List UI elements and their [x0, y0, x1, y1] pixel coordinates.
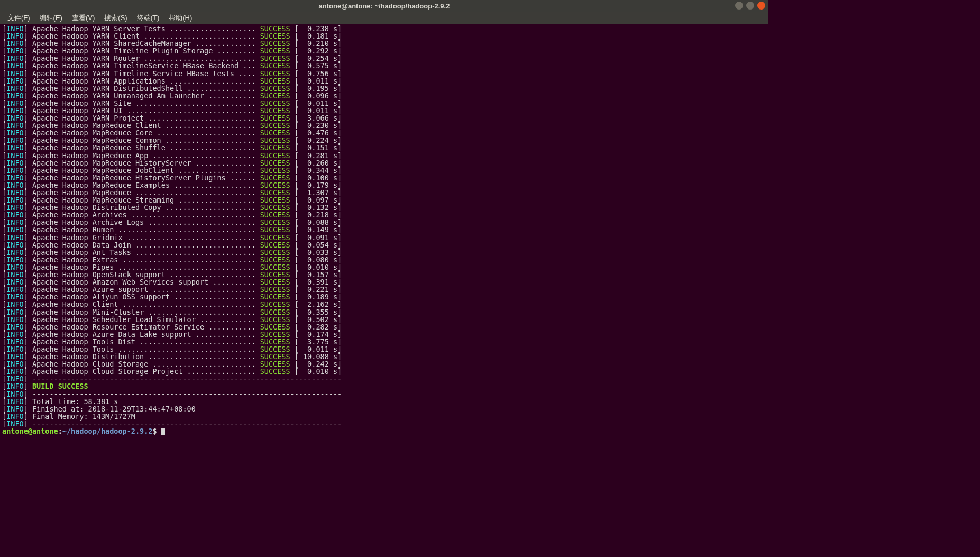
build-line: [INFO] Apache Hadoop Azure support .....…: [2, 286, 766, 293]
menu-terminal[interactable]: 终端(T): [133, 12, 164, 24]
build-line: [INFO] Apache Hadoop Archives ..........…: [2, 211, 766, 218]
info-line: [INFO] ---------------------------------…: [2, 375, 766, 382]
build-line: [INFO] Apache Hadoop YARN Applications .…: [2, 77, 766, 85]
build-line: [INFO] Apache Hadoop YARN TimelineServic…: [2, 62, 766, 69]
build-line: [INFO] Apache Hadoop MapReduce Common ..…: [2, 136, 766, 144]
build-line: [INFO] Apache Hadoop Tools Dist ........…: [2, 338, 766, 345]
build-line: [INFO] Apache Hadoop Pipes .............…: [2, 263, 766, 271]
build-line: [INFO] Apache Hadoop Cloud Storage .....…: [2, 360, 766, 368]
menu-edit[interactable]: 编辑(E): [35, 12, 67, 24]
build-line: [INFO] Apache Hadoop YARN SharedCacheMan…: [2, 40, 766, 47]
info-line: [INFO] BUILD SUCCESS: [2, 382, 766, 390]
build-line: [INFO] Apache Hadoop Scheduler Load Simu…: [2, 316, 766, 323]
menu-search[interactable]: 搜索(S): [100, 12, 131, 24]
build-line: [INFO] Apache Hadoop OpenStack support .…: [2, 271, 766, 278]
cursor-icon: [161, 428, 165, 435]
build-line: [INFO] Apache Hadoop Data Join .........…: [2, 241, 766, 249]
build-line: [INFO] Apache Hadoop MapReduce Examples …: [2, 181, 766, 189]
build-line: [INFO] Apache Hadoop YARN Server Tests .…: [2, 25, 766, 32]
build-line: [INFO] Apache Hadoop YARN UI ...........…: [2, 107, 766, 114]
info-line: [INFO] ---------------------------------…: [2, 420, 766, 427]
maximize-icon[interactable]: [746, 2, 754, 10]
terminal-output[interactable]: [INFO] Apache Hadoop YARN Server Tests .…: [0, 24, 768, 437]
build-line: [INFO] Apache Hadoop Rumen .............…: [2, 226, 766, 233]
build-line: [INFO] Apache Hadoop MapReduce .........…: [2, 189, 766, 196]
build-line: [INFO] Apache Hadoop YARN Timeline Servi…: [2, 70, 766, 77]
menubar: 文件(F) 编辑(E) 查看(V) 搜索(S) 终端(T) 帮助(H): [0, 12, 768, 23]
build-line: [INFO] Apache Hadoop Extras ............…: [2, 256, 766, 263]
info-line: [INFO] Finished at: 2018-11-29T13:44:47+…: [2, 405, 766, 413]
titlebar: antone@antone: ~/hadoop/hadoop-2.9.2: [0, 0, 768, 12]
build-line: [INFO] Apache Hadoop MapReduce Shuffle .…: [2, 144, 766, 151]
build-line: [INFO] Apache Hadoop YARN Project ......…: [2, 114, 766, 122]
build-line: [INFO] Apache Hadoop Ant Tasks .........…: [2, 249, 766, 256]
close-icon[interactable]: [757, 2, 765, 10]
build-line: [INFO] Apache Hadoop Mini-Cluster ......…: [2, 308, 766, 316]
minimize-icon[interactable]: [735, 2, 743, 10]
build-line: [INFO] Apache Hadoop YARN DistributedShe…: [2, 85, 766, 92]
build-line: [INFO] Apache Hadoop YARN Client .......…: [2, 32, 766, 40]
build-line: [INFO] Apache Hadoop MapReduce HistorySe…: [2, 174, 766, 181]
build-line: [INFO] Apache Hadoop Distributed Copy ..…: [2, 204, 766, 211]
menu-view[interactable]: 查看(V): [68, 12, 99, 24]
build-line: [INFO] Apache Hadoop YARN Site .........…: [2, 99, 766, 107]
build-line: [INFO] Apache Hadoop YARN Timeline Plugi…: [2, 47, 766, 54]
build-line: [INFO] Apache Hadoop Cloud Storage Proje…: [2, 368, 766, 375]
build-line: [INFO] Apache Hadoop MapReduce Client ..…: [2, 122, 766, 129]
build-line: [INFO] Apache Hadoop Distribution ......…: [2, 353, 766, 360]
build-line: [INFO] Apache Hadoop MapReduce Core ....…: [2, 129, 766, 136]
window-controls: [735, 2, 765, 10]
menu-help[interactable]: 帮助(H): [164, 12, 196, 24]
info-line: [INFO] Total time: 58.381 s: [2, 398, 766, 405]
build-line: [INFO] Apache Hadoop Gridmix ...........…: [2, 234, 766, 241]
build-line: [INFO] Apache Hadoop Amazon Web Services…: [2, 278, 766, 286]
build-line: [INFO] Apache Hadoop Azure Data Lake sup…: [2, 331, 766, 338]
build-line: [INFO] Apache Hadoop YARN Router .......…: [2, 54, 766, 62]
info-line: [INFO] Final Memory: 143M/1727M: [2, 413, 766, 420]
build-line: [INFO] Apache Hadoop MapReduce App .....…: [2, 152, 766, 159]
prompt-line[interactable]: antone@antone:~/hadoop/hadoop-2.9.2$: [2, 427, 766, 435]
build-line: [INFO] Apache Hadoop MapReduce HistorySe…: [2, 159, 766, 167]
build-line: [INFO] Apache Hadoop Aliyun OSS support …: [2, 293, 766, 300]
info-line: [INFO] ---------------------------------…: [2, 390, 766, 398]
window-title: antone@antone: ~/hadoop/hadoop-2.9.2: [0, 2, 768, 10]
build-line: [INFO] Apache Hadoop Client ............…: [2, 300, 766, 308]
build-line: [INFO] Apache Hadoop YARN Unmanaged Am L…: [2, 92, 766, 99]
build-line: [INFO] Apache Hadoop MapReduce JobClient…: [2, 167, 766, 174]
build-line: [INFO] Apache Hadoop MapReduce Streaming…: [2, 196, 766, 204]
build-line: [INFO] Apache Hadoop Resource Estimator …: [2, 323, 766, 331]
menu-file[interactable]: 文件(F): [3, 12, 34, 24]
terminal-window: antone@antone: ~/hadoop/hadoop-2.9.2 文件(…: [0, 0, 768, 437]
build-line: [INFO] Apache Hadoop Archive Logs ......…: [2, 218, 766, 226]
build-line: [INFO] Apache Hadoop Tools .............…: [2, 345, 766, 353]
